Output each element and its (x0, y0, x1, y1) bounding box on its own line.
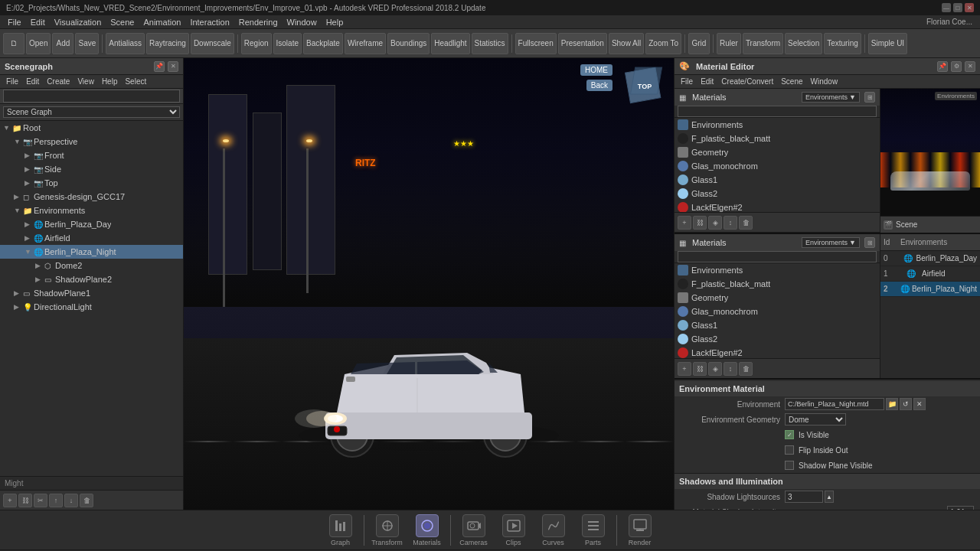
toolbar-transform[interactable]: Transform (743, 33, 783, 54)
env-geo-select[interactable]: Dome (785, 413, 846, 425)
env-clear-button[interactable]: ✕ (913, 398, 926, 410)
flip-inside-checkbox[interactable] (785, 445, 794, 455)
prop-section-shadows-header[interactable]: Shadows and Illumination (675, 474, 980, 489)
sg-menu-create[interactable]: Create (44, 75, 73, 89)
shadow-plane-checkbox[interactable] (785, 461, 794, 470)
mat2-item-1[interactable]: F_plastic_black_matt (675, 277, 880, 291)
mat-panel1-filter[interactable]: ⊞ (864, 92, 875, 103)
prop-section-env-mat-header[interactable]: Environment Material (675, 381, 980, 396)
toolbar-raytracing[interactable]: Raytracing (146, 33, 189, 54)
sg-view-select[interactable]: Scene Graph (3, 106, 180, 118)
mat2-item-3[interactable]: Glas_monochrom (675, 305, 880, 318)
me-close-button[interactable]: ✕ (965, 61, 975, 72)
toolbar-statistics[interactable]: Statistics (472, 33, 508, 54)
mat-panel2-dropdown[interactable]: Environments▼ (802, 237, 860, 248)
mat-item-2[interactable]: Geometry (675, 145, 880, 159)
mat-panel2-search[interactable] (678, 251, 877, 262)
mat-item-4[interactable]: Glass1 (675, 173, 880, 187)
sg-menu-select[interactable]: Select (122, 75, 149, 89)
env-browse-button[interactable]: 📁 (886, 398, 898, 410)
shadow-ls-input[interactable] (785, 491, 823, 503)
mat-item-3[interactable]: Glas_monochrom (675, 159, 880, 173)
tree-item-environments[interactable]: ▼ 📁 Environments (0, 204, 183, 217)
env-reload-button[interactable]: ↺ (900, 398, 912, 410)
sg-unlink-btn[interactable]: ✂ (34, 494, 47, 507)
menu-window[interactable]: Window (283, 15, 322, 29)
close-button[interactable]: ✕ (965, 3, 974, 12)
mat-p1-move[interactable]: ↕ (724, 216, 737, 230)
toolbar-simple-ui[interactable]: Simple UI (868, 33, 907, 54)
bottom-tool-graph[interactable]: Graph (324, 514, 358, 546)
toolbar-zoom-to[interactable]: Zoom To (645, 33, 681, 54)
bottom-tool-parts[interactable]: Parts (577, 514, 610, 546)
mat-item-6[interactable]: LackfElgen#2 (675, 201, 880, 212)
toolbar-headlight[interactable]: Headlight (431, 33, 469, 54)
toolbar-region[interactable]: Region (241, 33, 272, 54)
bottom-tool-materials[interactable]: Materials (410, 514, 444, 546)
toolbar-show-all[interactable]: Show All (609, 33, 644, 54)
toolbar-presentation[interactable]: Presentation (558, 33, 607, 54)
toolbar-new[interactable]: 🗋 (3, 33, 24, 54)
maximize-button[interactable]: □ (953, 3, 962, 12)
is-visible-checkbox[interactable]: ✓ (785, 430, 794, 439)
bottom-tool-transform[interactable]: Transform (371, 514, 404, 546)
mat-shadow-value[interactable] (947, 506, 974, 510)
mat-p1-del[interactable]: 🗑 (739, 216, 753, 230)
toolbar-boundings[interactable]: Boundings (387, 33, 430, 54)
me-menu-file[interactable]: File (678, 75, 696, 89)
menu-file[interactable]: File (3, 15, 26, 29)
sg-menu-view[interactable]: View (74, 75, 97, 89)
tree-item-airfield[interactable]: ▶ 🌐 Airfield (0, 231, 183, 245)
mat-panel1-dropdown[interactable]: Environments▼ (802, 92, 860, 103)
bottom-tool-render[interactable]: Render (623, 514, 657, 546)
bottom-tool-clips[interactable]: Clips (497, 514, 531, 546)
tree-item-side[interactable]: ▶ 📷 Side (0, 162, 183, 176)
mat-item-1[interactable]: F_plastic_black_matt (675, 132, 880, 145)
toolbar-fullscreen[interactable]: Fullscreen (515, 33, 557, 54)
minimize-button[interactable]: — (942, 3, 951, 12)
toolbar-isolate[interactable]: Isolate (273, 33, 302, 54)
sg-close-button[interactable]: ✕ (168, 61, 178, 72)
sg-add-btn[interactable]: + (3, 494, 17, 507)
me-pin-button[interactable]: 📌 (937, 61, 948, 72)
toolbar-antialiass[interactable]: Antialiass (106, 33, 145, 54)
mat2-item-4[interactable]: Glass1 (675, 318, 880, 332)
menu-rendering[interactable]: Rendering (234, 15, 283, 29)
me-menu-create[interactable]: Create/Convert (718, 75, 776, 89)
env-row-0[interactable]: 0 🌐 Berlin_Plaza_Day (880, 251, 980, 266)
mat-item-environments[interactable]: Environments (675, 118, 880, 132)
tree-item-shadowplane1[interactable]: ▶ ▭ ShadowPlane1 (0, 286, 183, 300)
menu-animation[interactable]: Animation (139, 15, 185, 29)
toolbar-ruler[interactable]: Ruler (717, 33, 741, 54)
menu-scene[interactable]: Scene (106, 15, 139, 29)
menu-help[interactable]: Help (322, 15, 348, 29)
tree-item-directional-light[interactable]: ▶ 💡 DirectionalLight (0, 300, 183, 314)
sg-link-btn[interactable]: ⛓ (18, 494, 32, 507)
menu-interaction[interactable]: Interaction (185, 15, 234, 29)
menu-visualization[interactable]: Visualization (50, 15, 106, 29)
mat2-item-env[interactable]: Environments (675, 263, 880, 277)
mat2-item-6[interactable]: LackfElgen#2 (675, 346, 880, 358)
sg-menu-file[interactable]: File (3, 75, 21, 89)
toolbar-add[interactable]: Add (52, 33, 74, 54)
viewport-home-button[interactable]: HOME (580, 64, 612, 76)
mat-item-5[interactable]: Glass2 (675, 187, 880, 201)
toolbar-save[interactable]: Save (75, 33, 99, 54)
env-file-input[interactable] (785, 398, 884, 410)
mat-panel2-filter[interactable]: ⊞ (864, 237, 875, 248)
mat-p2-link[interactable]: ⛓ (693, 362, 707, 376)
tree-item-perspective[interactable]: ▼ 📷 Perspective (0, 135, 183, 148)
mat-p1-camera[interactable]: ◈ (708, 216, 722, 230)
tree-item-root[interactable]: ▼ 📁 Root (0, 121, 183, 135)
mat-p2-del[interactable]: 🗑 (739, 362, 753, 376)
tree-item-front[interactable]: ▶ 📷 Front (0, 148, 183, 162)
toolbar-texturing[interactable]: Texturing (824, 33, 861, 54)
me-menu-window[interactable]: Window (808, 75, 841, 89)
toolbar-wireframe[interactable]: Wireframe (345, 33, 386, 54)
mat2-item-5[interactable]: Glass2 (675, 332, 880, 346)
toolbar-grid[interactable]: Grid (688, 33, 710, 54)
sg-move-down-btn[interactable]: ↓ (64, 494, 78, 507)
mat2-item-2[interactable]: Geometry (675, 291, 880, 305)
sg-pin-button[interactable]: 📌 (154, 61, 165, 72)
env-row-2[interactable]: 2 🌐 Berlin_Plaza_Night (880, 282, 980, 297)
